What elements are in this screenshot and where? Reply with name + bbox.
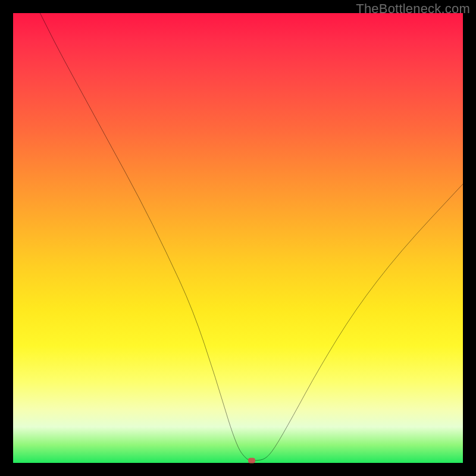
watermark: TheBottleneck.com xyxy=(356,1,470,17)
curve-path xyxy=(40,13,463,461)
plot-area xyxy=(13,13,463,463)
chart-frame: TheBottleneck.com xyxy=(0,0,476,476)
minimum-marker xyxy=(248,458,255,464)
bottleneck-curve xyxy=(13,13,463,463)
